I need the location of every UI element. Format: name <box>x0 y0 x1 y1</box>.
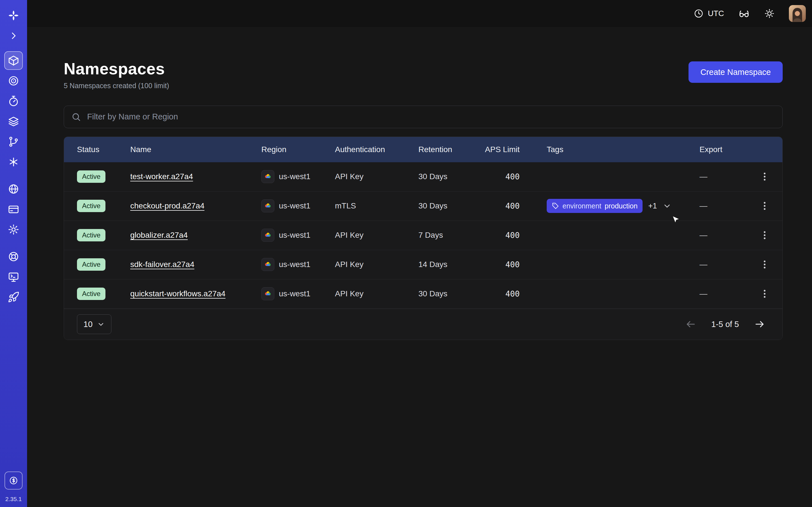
column-header-aps-limit: APS Limit <box>484 145 547 154</box>
target-icon[interactable] <box>4 71 23 90</box>
page-header: Namespaces 5 Namespaces created (100 lim… <box>64 27 783 90</box>
main-column: UTC <box>27 0 812 507</box>
search-input[interactable] <box>87 112 775 122</box>
export-value: — <box>700 172 747 181</box>
gcp-icon <box>261 200 274 212</box>
timezone-selector[interactable]: UTC <box>694 8 724 18</box>
namespace-link[interactable]: checkout-prod.a27a4 <box>130 202 204 210</box>
asterisk-icon[interactable] <box>4 153 23 171</box>
table-row: Active globalizer.a27a4 us-west1 API Key… <box>64 221 782 250</box>
topbar: UTC <box>27 0 812 27</box>
column-header-status: Status <box>64 145 130 154</box>
rocket-icon[interactable] <box>4 288 23 306</box>
glasses-icon[interactable] <box>738 8 750 19</box>
aps-value: 400 <box>484 172 547 181</box>
row-actions-button[interactable] <box>756 198 773 214</box>
table-row: Active checkout-prod.a27a4 us-west1 mTLS… <box>64 191 782 221</box>
monitor-icon[interactable] <box>4 268 23 286</box>
row-actions-button[interactable] <box>756 168 773 185</box>
pagination: 1-5 of 5 <box>686 319 765 330</box>
timer-icon[interactable] <box>4 92 23 110</box>
chevron-down-icon[interactable] <box>663 202 672 210</box>
next-page-button[interactable] <box>754 319 765 330</box>
column-header-region: Region <box>261 145 335 154</box>
globe-icon[interactable] <box>4 180 23 198</box>
export-value: — <box>700 289 747 298</box>
create-namespace-button[interactable]: Create Namespace <box>689 61 783 83</box>
page-subtitle: 5 Namespaces created (100 limit) <box>64 82 169 90</box>
arrow-left-icon <box>686 319 696 330</box>
column-header-export: Export <box>700 145 747 154</box>
row-actions-button[interactable] <box>756 227 773 243</box>
tag-value: production <box>605 202 638 210</box>
column-header-retention: Retention <box>418 145 484 154</box>
column-header-authentication: Authentication <box>335 145 418 154</box>
gear-icon[interactable] <box>4 220 23 239</box>
aps-value: 400 <box>484 260 547 269</box>
kebab-icon <box>759 230 770 240</box>
search-icon <box>71 112 81 122</box>
table-row: Active quickstart-workflows.a27a4 us-wes… <box>64 279 782 309</box>
retention-label: 7 Days <box>418 231 484 240</box>
auth-label: API Key <box>335 260 418 269</box>
table-footer: 10 1-5 of 5 <box>64 309 782 340</box>
cube-icon[interactable] <box>4 51 23 70</box>
filter-search <box>64 106 783 128</box>
kebab-icon <box>759 288 770 299</box>
tag-icon <box>552 202 559 210</box>
credit-card-icon[interactable] <box>4 200 23 219</box>
row-actions-button[interactable] <box>756 256 773 273</box>
tag-chip[interactable]: environment production <box>547 199 643 213</box>
kebab-icon <box>759 171 770 182</box>
region-label: us-west1 <box>279 172 310 181</box>
branch-icon[interactable] <box>4 132 23 151</box>
avatar[interactable] <box>789 5 806 22</box>
expand-chevron-icon[interactable] <box>4 26 23 45</box>
page-size-value: 10 <box>84 320 93 329</box>
main-content: Namespaces 5 Namespaces created (100 lim… <box>27 27 812 507</box>
aps-value: 400 <box>484 231 547 240</box>
usage-meter-icon[interactable] <box>4 471 22 490</box>
row-actions-button[interactable] <box>756 286 773 302</box>
auth-label: API Key <box>335 289 418 298</box>
namespace-link[interactable]: test-worker.a27a4 <box>130 172 193 181</box>
status-badge: Active <box>77 200 105 212</box>
gcp-icon <box>261 287 274 300</box>
clock-icon <box>694 8 704 18</box>
export-value: — <box>700 202 747 210</box>
gcp-icon <box>261 170 274 183</box>
aps-value: 400 <box>484 202 547 211</box>
auth-label: API Key <box>335 172 418 181</box>
sidebar: 2.35.1 <box>0 0 27 507</box>
sun-icon[interactable] <box>764 8 775 19</box>
page-size-select[interactable]: 10 <box>77 314 111 334</box>
namespace-link[interactable]: quickstart-workflows.a27a4 <box>130 289 225 298</box>
prev-page-button[interactable] <box>686 319 696 330</box>
app-window: 2.35.1 UTC <box>0 0 812 507</box>
retention-label: 30 Days <box>418 202 484 210</box>
tags-more-count: +1 <box>648 202 657 210</box>
arrow-right-icon <box>754 319 765 330</box>
namespace-link[interactable]: sdk-failover.a27a4 <box>130 260 194 269</box>
page-title: Namespaces <box>64 60 169 78</box>
layers-icon[interactable] <box>4 112 23 131</box>
namespace-link[interactable]: globalizer.a27a4 <box>130 231 188 239</box>
logo-icon[interactable] <box>4 6 23 25</box>
region-label: us-west1 <box>279 260 310 269</box>
region-label: us-west1 <box>279 289 310 298</box>
lifebuoy-icon[interactable] <box>4 247 23 266</box>
table-row: Active test-worker.a27a4 us-west1 API Ke… <box>64 162 782 191</box>
region-label: us-west1 <box>279 231 310 240</box>
column-header-tags: Tags <box>547 145 700 154</box>
kebab-icon <box>759 201 770 211</box>
gcp-icon <box>261 229 274 242</box>
export-value: — <box>700 260 747 269</box>
column-header-name: Name <box>130 145 261 154</box>
status-badge: Active <box>77 258 105 271</box>
region-label: us-west1 <box>279 202 310 210</box>
status-badge: Active <box>77 229 105 241</box>
status-badge: Active <box>77 170 105 183</box>
kebab-icon <box>759 259 770 270</box>
app-version: 2.35.1 <box>0 496 27 503</box>
table-header-row: Status Name Region Authentication Retent… <box>64 137 782 162</box>
